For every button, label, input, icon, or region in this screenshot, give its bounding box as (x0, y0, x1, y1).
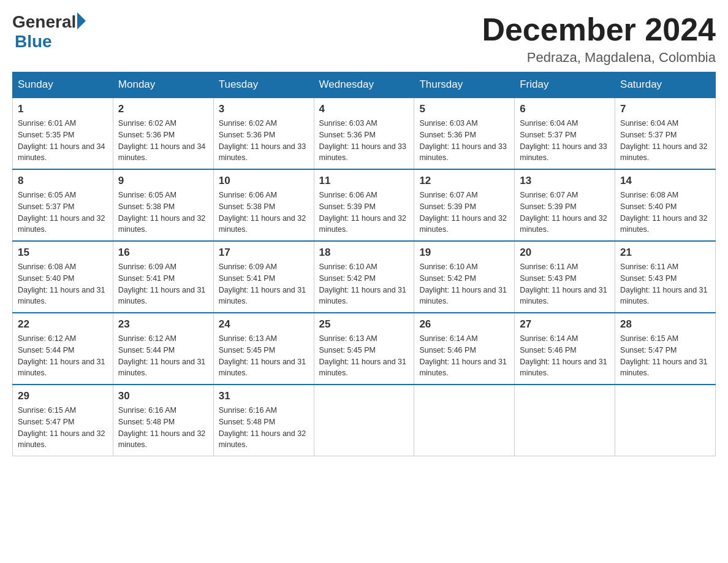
calendar-cell: 10 Sunrise: 6:06 AM Sunset: 5:38 PM Dayl… (213, 169, 314, 241)
day-info: Sunrise: 6:02 AM Sunset: 5:36 PM Dayligh… (219, 118, 309, 164)
calendar-cell: 4 Sunrise: 6:03 AM Sunset: 5:36 PM Dayli… (314, 98, 414, 169)
day-number: 18 (319, 247, 409, 259)
header-day-saturday: Saturday (615, 72, 716, 98)
calendar-cell: 14 Sunrise: 6:08 AM Sunset: 5:40 PM Dayl… (615, 169, 716, 241)
logo: General Blue (12, 12, 86, 52)
calendar-cell: 3 Sunrise: 6:02 AM Sunset: 5:36 PM Dayli… (213, 98, 314, 169)
calendar-cell: 6 Sunrise: 6:04 AM Sunset: 5:37 PM Dayli… (515, 98, 615, 169)
day-info: Sunrise: 6:02 AM Sunset: 5:36 PM Dayligh… (118, 118, 208, 164)
day-number: 3 (219, 103, 309, 115)
day-number: 6 (520, 103, 610, 115)
day-number: 30 (118, 390, 208, 402)
day-number: 21 (620, 247, 710, 259)
calendar-cell: 17 Sunrise: 6:09 AM Sunset: 5:41 PM Dayl… (213, 241, 314, 313)
day-info: Sunrise: 6:15 AM Sunset: 5:47 PM Dayligh… (620, 333, 710, 379)
day-number: 11 (319, 175, 409, 187)
day-info: Sunrise: 6:05 AM Sunset: 5:38 PM Dayligh… (118, 190, 208, 236)
week-row-3: 15 Sunrise: 6:08 AM Sunset: 5:40 PM Dayl… (13, 241, 716, 313)
day-info: Sunrise: 6:07 AM Sunset: 5:39 PM Dayligh… (419, 190, 509, 236)
day-number: 14 (620, 175, 710, 187)
logo-general-text: General (12, 12, 76, 32)
day-info: Sunrise: 6:04 AM Sunset: 5:37 PM Dayligh… (520, 118, 610, 164)
header-day-thursday: Thursday (414, 72, 515, 98)
calendar-cell: 8 Sunrise: 6:05 AM Sunset: 5:37 PM Dayli… (13, 169, 113, 241)
day-number: 15 (18, 247, 108, 259)
logo-arrow-icon (77, 12, 86, 29)
day-info: Sunrise: 6:05 AM Sunset: 5:37 PM Dayligh… (18, 190, 108, 236)
calendar-cell (414, 385, 515, 456)
day-info: Sunrise: 6:13 AM Sunset: 5:45 PM Dayligh… (319, 333, 409, 379)
day-info: Sunrise: 6:10 AM Sunset: 5:42 PM Dayligh… (419, 261, 509, 307)
day-info: Sunrise: 6:01 AM Sunset: 5:35 PM Dayligh… (18, 118, 108, 164)
day-info: Sunrise: 6:12 AM Sunset: 5:44 PM Dayligh… (118, 333, 208, 379)
day-number: 20 (520, 247, 610, 259)
day-info: Sunrise: 6:06 AM Sunset: 5:38 PM Dayligh… (219, 190, 309, 236)
calendar-cell: 26 Sunrise: 6:14 AM Sunset: 5:46 PM Dayl… (414, 313, 515, 385)
page-header: General Blue December 2024 Pedraza, Magd… (12, 12, 716, 66)
day-number: 2 (118, 103, 208, 115)
day-number: 28 (620, 318, 710, 331)
day-number: 13 (520, 175, 610, 187)
calendar-cell: 27 Sunrise: 6:14 AM Sunset: 5:46 PM Dayl… (515, 313, 615, 385)
day-number: 26 (419, 318, 509, 331)
day-info: Sunrise: 6:16 AM Sunset: 5:48 PM Dayligh… (219, 405, 309, 451)
calendar-cell: 9 Sunrise: 6:05 AM Sunset: 5:38 PM Dayli… (113, 169, 213, 241)
day-number: 4 (319, 103, 409, 115)
calendar-cell: 2 Sunrise: 6:02 AM Sunset: 5:36 PM Dayli… (113, 98, 213, 169)
day-info: Sunrise: 6:08 AM Sunset: 5:40 PM Dayligh… (620, 190, 710, 236)
day-info: Sunrise: 6:16 AM Sunset: 5:48 PM Dayligh… (118, 405, 208, 451)
header-day-wednesday: Wednesday (314, 72, 414, 98)
header-row: SundayMondayTuesdayWednesdayThursdayFrid… (13, 72, 716, 98)
calendar-cell: 15 Sunrise: 6:08 AM Sunset: 5:40 PM Dayl… (13, 241, 113, 313)
calendar-cell: 23 Sunrise: 6:12 AM Sunset: 5:44 PM Dayl… (113, 313, 213, 385)
day-info: Sunrise: 6:03 AM Sunset: 5:36 PM Dayligh… (419, 118, 509, 164)
week-row-1: 1 Sunrise: 6:01 AM Sunset: 5:35 PM Dayli… (13, 98, 716, 169)
header-day-sunday: Sunday (13, 72, 113, 98)
day-number: 22 (18, 318, 108, 331)
calendar-cell: 13 Sunrise: 6:07 AM Sunset: 5:39 PM Dayl… (515, 169, 615, 241)
calendar-cell: 7 Sunrise: 6:04 AM Sunset: 5:37 PM Dayli… (615, 98, 716, 169)
day-number: 17 (219, 247, 309, 259)
header-day-friday: Friday (515, 72, 615, 98)
day-number: 10 (219, 175, 309, 187)
calendar-cell: 22 Sunrise: 6:12 AM Sunset: 5:44 PM Dayl… (13, 313, 113, 385)
day-number: 19 (419, 247, 509, 259)
day-number: 29 (18, 390, 108, 402)
location-title: Pedraza, Magdalena, Colombia (482, 50, 716, 66)
calendar-cell: 11 Sunrise: 6:06 AM Sunset: 5:39 PM Dayl… (314, 169, 414, 241)
day-info: Sunrise: 6:06 AM Sunset: 5:39 PM Dayligh… (319, 190, 409, 236)
calendar-cell: 31 Sunrise: 6:16 AM Sunset: 5:48 PM Dayl… (213, 385, 314, 456)
calendar-cell (314, 385, 414, 456)
day-number: 9 (118, 175, 208, 187)
day-number: 16 (118, 247, 208, 259)
week-row-2: 8 Sunrise: 6:05 AM Sunset: 5:37 PM Dayli… (13, 169, 716, 241)
day-info: Sunrise: 6:11 AM Sunset: 5:43 PM Dayligh… (620, 261, 710, 307)
calendar-cell: 29 Sunrise: 6:15 AM Sunset: 5:47 PM Dayl… (13, 385, 113, 456)
day-number: 8 (18, 175, 108, 187)
header-day-monday: Monday (113, 72, 213, 98)
day-number: 1 (18, 103, 108, 115)
calendar-cell: 18 Sunrise: 6:10 AM Sunset: 5:42 PM Dayl… (314, 241, 414, 313)
day-number: 24 (219, 318, 309, 331)
calendar-cell: 19 Sunrise: 6:10 AM Sunset: 5:42 PM Dayl… (414, 241, 515, 313)
day-info: Sunrise: 6:03 AM Sunset: 5:36 PM Dayligh… (319, 118, 409, 164)
calendar-cell: 12 Sunrise: 6:07 AM Sunset: 5:39 PM Dayl… (414, 169, 515, 241)
day-info: Sunrise: 6:14 AM Sunset: 5:46 PM Dayligh… (520, 333, 610, 379)
day-info: Sunrise: 6:12 AM Sunset: 5:44 PM Dayligh… (18, 333, 108, 379)
day-info: Sunrise: 6:08 AM Sunset: 5:40 PM Dayligh… (18, 261, 108, 307)
title-section: December 2024 Pedraza, Magdalena, Colomb… (482, 12, 716, 66)
day-info: Sunrise: 6:15 AM Sunset: 5:47 PM Dayligh… (18, 405, 108, 451)
calendar-cell: 28 Sunrise: 6:15 AM Sunset: 5:47 PM Dayl… (615, 313, 716, 385)
day-number: 23 (118, 318, 208, 331)
day-info: Sunrise: 6:13 AM Sunset: 5:45 PM Dayligh… (219, 333, 309, 379)
calendar-cell: 25 Sunrise: 6:13 AM Sunset: 5:45 PM Dayl… (314, 313, 414, 385)
calendar-cell: 5 Sunrise: 6:03 AM Sunset: 5:36 PM Dayli… (414, 98, 515, 169)
header-day-tuesday: Tuesday (213, 72, 314, 98)
day-info: Sunrise: 6:14 AM Sunset: 5:46 PM Dayligh… (419, 333, 509, 379)
day-info: Sunrise: 6:11 AM Sunset: 5:43 PM Dayligh… (520, 261, 610, 307)
calendar-table: SundayMondayTuesdayWednesdayThursdayFrid… (12, 72, 716, 456)
day-number: 27 (520, 318, 610, 331)
calendar-cell: 21 Sunrise: 6:11 AM Sunset: 5:43 PM Dayl… (615, 241, 716, 313)
day-number: 25 (319, 318, 409, 331)
day-number: 7 (620, 103, 710, 115)
